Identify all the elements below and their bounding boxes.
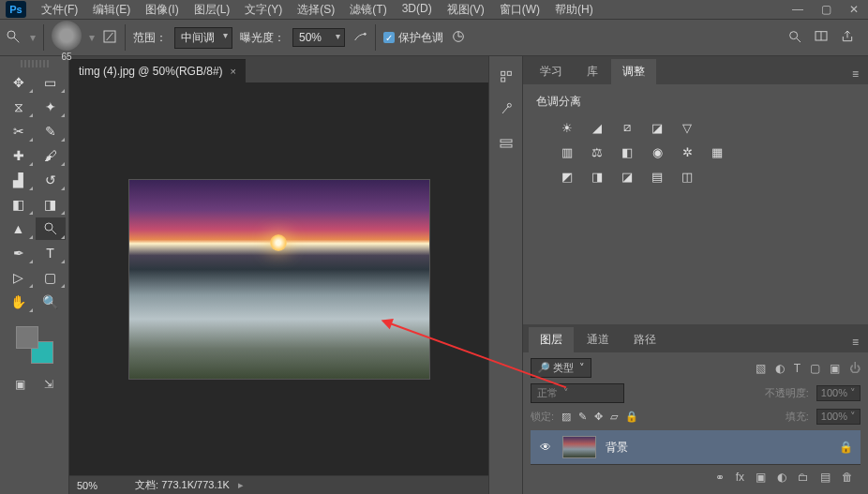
quick-select-tool[interactable]: ✦: [36, 96, 66, 118]
new-group-icon[interactable]: 🗀: [798, 471, 809, 484]
window-close-button[interactable]: ✕: [840, 0, 868, 19]
share-icon[interactable]: [840, 29, 855, 47]
search-icon[interactable]: [787, 29, 802, 47]
tab-library[interactable]: 库: [576, 59, 609, 84]
crop-tool[interactable]: ✂: [4, 120, 34, 142]
filter-toggle-icon[interactable]: ⏻: [849, 362, 861, 375]
marquee-tool[interactable]: ▭: [36, 71, 66, 94]
history-panel-icon[interactable]: [496, 66, 516, 86]
menu-help[interactable]: 帮助(H): [549, 0, 599, 20]
menu-window[interactable]: 窗口(W): [494, 0, 546, 20]
close-tab-icon[interactable]: ×: [231, 66, 236, 77]
brush-preset-picker[interactable]: [52, 21, 82, 51]
color-swatches[interactable]: [16, 326, 53, 364]
type-tool[interactable]: T: [36, 242, 66, 264]
foreground-color-swatch[interactable]: [16, 326, 38, 349]
menu-select[interactable]: 选择(S): [292, 0, 340, 20]
toolbox-grip[interactable]: [21, 60, 49, 67]
canvas[interactable]: [69, 82, 488, 475]
exposure-field[interactable]: 50%: [292, 28, 345, 47]
gradient-tool[interactable]: ◨: [36, 193, 66, 216]
eraser-tool[interactable]: ◧: [4, 193, 34, 216]
filter-shape-icon[interactable]: ▢: [810, 362, 820, 375]
workspace-icon[interactable]: [814, 29, 829, 47]
vibrance-icon[interactable]: ▽: [677, 119, 697, 136]
filter-adjust-icon[interactable]: ◐: [775, 362, 785, 375]
protect-tones-checkbox[interactable]: ✓: [383, 32, 395, 43]
new-layer-icon[interactable]: ▤: [820, 471, 831, 484]
lock-all-icon[interactable]: 🔒: [625, 411, 638, 423]
dodge-tool-icon[interactable]: [6, 29, 22, 46]
filter-type-icon[interactable]: T: [794, 362, 801, 375]
tab-learn[interactable]: 学习: [529, 59, 574, 84]
lock-pixels-icon[interactable]: ▨: [561, 411, 571, 423]
curves-icon[interactable]: ⧄: [617, 119, 637, 136]
airbrush-icon[interactable]: [352, 29, 367, 47]
brush-tool[interactable]: 🖌: [36, 144, 66, 167]
tab-layers[interactable]: 图层: [529, 327, 574, 352]
invert-icon[interactable]: ◩: [557, 168, 577, 185]
color-lookup-icon[interactable]: ▦: [707, 143, 727, 160]
menu-type[interactable]: 文字(Y): [239, 0, 288, 20]
menu-image[interactable]: 图像(I): [140, 0, 184, 20]
lasso-tool[interactable]: ⧖: [4, 96, 34, 118]
lock-nesting-icon[interactable]: ▱: [610, 411, 618, 423]
menu-3d[interactable]: 3D(D): [397, 0, 438, 20]
delete-layer-icon[interactable]: 🗑: [842, 471, 853, 484]
zoom-readout[interactable]: 50%: [77, 480, 97, 491]
layer-filter-kind[interactable]: 🔎 类型 ˅: [531, 358, 591, 378]
document-tab[interactable]: timg (4).jpg @ 50%(RGB/8#) ×: [69, 59, 246, 82]
channel-mixer-icon[interactable]: ✲: [677, 143, 697, 160]
selective-color-icon[interactable]: ◫: [677, 168, 697, 185]
layer-lock-icon[interactable]: 🔒: [839, 441, 853, 454]
shape-tool[interactable]: ▢: [36, 266, 66, 289]
menu-layer[interactable]: 图层(L): [188, 0, 236, 20]
layer-visibility-icon[interactable]: 👁: [538, 441, 553, 454]
opacity-field[interactable]: 100% ˅: [816, 385, 861, 401]
menu-file[interactable]: 文件(F): [36, 0, 83, 20]
blur-tool[interactable]: ▲: [4, 217, 34, 240]
layer-mask-icon[interactable]: ▣: [756, 471, 766, 484]
hand-tool[interactable]: ✋: [4, 291, 34, 313]
move-tool[interactable]: ✥: [4, 71, 34, 94]
blend-mode-dropdown[interactable]: 正常 ˅: [531, 383, 624, 403]
lock-artboard-icon[interactable]: ✥: [594, 411, 603, 423]
layer-style-icon[interactable]: fx: [736, 471, 744, 484]
healing-tool[interactable]: ✚: [4, 144, 34, 167]
panel-menu-icon[interactable]: ≡: [843, 64, 868, 84]
photo-filter-icon[interactable]: ◉: [647, 143, 667, 160]
swatches-panel-icon[interactable]: [496, 133, 516, 154]
pen-tool[interactable]: ✒: [4, 242, 34, 264]
quickmask-icon[interactable]: ▣: [9, 375, 32, 394]
layer-row-background[interactable]: 👁 背景 🔒: [531, 430, 861, 464]
zoom-tool[interactable]: 🔍: [36, 291, 66, 313]
dodge-tool[interactable]: [36, 217, 66, 240]
eyedropper-tool[interactable]: ✎: [36, 120, 66, 142]
filter-smart-icon[interactable]: ▣: [830, 362, 840, 375]
tab-adjustments[interactable]: 调整: [611, 59, 656, 84]
range-dropdown[interactable]: 中间调: [174, 27, 232, 49]
brightness-icon[interactable]: ☀: [557, 119, 577, 136]
exposure-icon[interactable]: ◪: [647, 119, 667, 136]
filter-pixel-icon[interactable]: ▧: [756, 362, 766, 375]
posterize-icon[interactable]: ◨: [587, 168, 607, 185]
doc-info-chevron-icon[interactable]: ▸: [238, 479, 244, 490]
menu-edit[interactable]: 编辑(E): [87, 0, 136, 20]
history-brush-tool[interactable]: ↺: [36, 169, 66, 191]
brush-settings-icon[interactable]: [496, 99, 516, 120]
layers-panel-menu-icon[interactable]: ≡: [843, 332, 868, 352]
window-minimize-button[interactable]: —: [784, 0, 812, 19]
threshold-icon[interactable]: ◪: [617, 168, 637, 185]
balance-icon[interactable]: ⚖: [587, 143, 607, 160]
window-maximize-button[interactable]: ▢: [812, 0, 840, 19]
menu-filter[interactable]: 滤镜(T): [344, 0, 392, 20]
gradient-map-icon[interactable]: ▤: [647, 168, 667, 185]
screenmode-icon[interactable]: ⇲: [37, 375, 60, 394]
link-layers-icon[interactable]: ⚭: [715, 471, 725, 484]
pressure-icon[interactable]: [451, 29, 466, 47]
menu-view[interactable]: 视图(V): [441, 0, 490, 20]
layer-thumbnail[interactable]: [562, 436, 596, 458]
fill-field[interactable]: 100% ˅: [816, 409, 861, 425]
tab-channels[interactable]: 通道: [576, 327, 621, 352]
new-fill-layer-icon[interactable]: ◐: [777, 471, 786, 484]
